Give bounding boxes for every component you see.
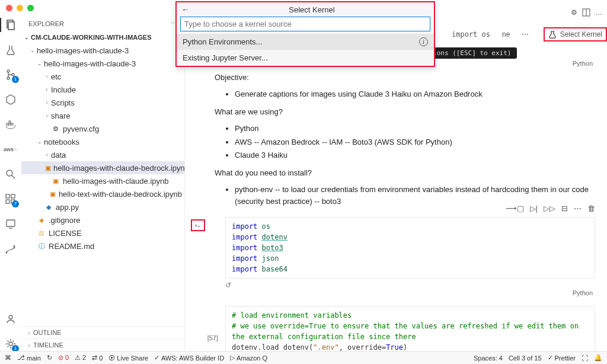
execute-above-icon[interactable]: ▷| [530, 204, 538, 213]
close-window[interactable] [6, 5, 12, 11]
file-notebook[interactable]: ▣hello-text-with-claude-bedrock.ipynb [21, 187, 184, 200]
svg-point-29 [9, 315, 12, 319]
notebook-content[interactable]: Amazon Q Tip 1/3: Start typing to get su… [185, 47, 607, 351]
more-icon[interactable]: ⋯ [522, 30, 529, 39]
file[interactable]: ◈.gitignore [21, 213, 184, 226]
split-icon[interactable] [582, 8, 590, 17]
svg-rect-22 [6, 200, 9, 203]
more-icon[interactable]: ⋯ [574, 204, 582, 213]
cell-language[interactable]: Python [197, 289, 595, 296]
folder[interactable]: ›data [21, 148, 184, 161]
split-cell-icon[interactable]: ⊟ [561, 204, 568, 213]
window-controls [6, 5, 34, 11]
svg-line-20 [12, 175, 15, 178]
notebook-icon: ▣ [51, 177, 60, 185]
settings-gear-icon[interactable]: 1 [4, 337, 18, 351]
select-kernel-button[interactable]: Select Kernel [544, 27, 607, 41]
amazon-q-status[interactable]: ▷ Amazon Q [230, 354, 267, 362]
kernel-option-python-env[interactable]: Python Environments... i [177, 34, 434, 50]
cell-actions: ⟶▢ ▷| ▷▷ ⊟ ⋯ 🗑 [506, 204, 595, 213]
folder[interactable]: ⌄hello-images-with-claude-3 [21, 44, 184, 57]
toolbar-item[interactable]: import os [452, 30, 490, 39]
svg-point-27 [6, 252, 8, 254]
folder[interactable]: ›etc [21, 70, 184, 83]
remote-explorer-icon[interactable] [4, 217, 18, 231]
indentation-status[interactable]: Spaces: 4 [474, 355, 503, 362]
code-cell[interactable]: [57] # load environment variables # we u… [197, 306, 595, 351]
svg-point-30 [9, 342, 12, 346]
code-cell[interactable]: ▫ ⌄ ⟶▢ ▷| ▷▷ ⊟ ⋯ 🗑 import os import dote… [197, 217, 595, 279]
svg-point-19 [7, 170, 12, 176]
explorer-title: EXPLORER [28, 20, 64, 27]
info-icon[interactable]: i [419, 37, 428, 46]
svg-rect-25 [7, 220, 15, 226]
svg-rect-16 [9, 123, 11, 125]
explorer-icon[interactable] [4, 18, 18, 32]
sync-icon[interactable]: ↻ [47, 354, 52, 362]
svg-rect-17 [9, 121, 11, 123]
file[interactable]: ⚙pyvenv.cfg [21, 122, 184, 135]
search-icon[interactable] [4, 167, 18, 181]
cell-history-icon[interactable]: ↺ [225, 281, 595, 289]
outline-section[interactable]: ›OUTLINE [21, 326, 184, 339]
folder[interactable]: ›share [21, 109, 184, 122]
bell-icon[interactable]: 🔔 [594, 354, 602, 362]
svg-rect-24 [11, 194, 15, 198]
info-icon: ⓘ [37, 242, 46, 251]
settings-icon[interactable]: ⚙ [571, 8, 577, 17]
aws-icon[interactable]: aws [4, 142, 18, 157]
back-arrow-icon[interactable]: ← [181, 5, 190, 14]
kernel-option-jupyter-server[interactable]: Existing Jupyter Server... [177, 50, 434, 66]
folder[interactable]: ›Include [21, 83, 184, 96]
file-notebook[interactable]: ▣hello-images-with-claude.ipynb [21, 174, 184, 187]
beaker-icon[interactable] [4, 43, 18, 57]
python-icon: ◆ [44, 203, 53, 211]
route-icon[interactable] [4, 242, 18, 256]
scm-badge: 1 [12, 76, 19, 83]
folder[interactable]: ›Scripts [21, 96, 184, 109]
remote-icon[interactable]: ⌘ [5, 354, 11, 362]
source-control-icon[interactable]: 1 [4, 68, 18, 82]
hexagon-icon[interactable] [4, 92, 18, 107]
extensions-icon[interactable]: 7 [4, 192, 18, 206]
project-root[interactable]: ⌄CM-CLAUDE-WORKING-WITH-IMAGES [21, 31, 184, 44]
extensions-badge: 7 [12, 200, 19, 207]
execute-below-icon[interactable]: ▷▷ [544, 204, 555, 213]
delete-cell-icon[interactable]: 🗑 [587, 204, 595, 213]
branch-status[interactable]: ⎇ main [17, 354, 41, 362]
account-icon[interactable] [4, 312, 18, 326]
docker-icon[interactable] [4, 117, 18, 132]
file-python[interactable]: ◆app.py [21, 200, 184, 213]
notebook-icon: ▣ [45, 164, 51, 172]
svg-rect-18 [11, 123, 13, 125]
timeline-section[interactable]: ›TIMELINE [21, 339, 184, 351]
cell-position[interactable]: Cell 3 of 15 [509, 355, 542, 362]
kernel-picker: ← Select Kernel Python Environments... i… [175, 1, 435, 67]
problems-warnings[interactable]: ⚠ 2 [75, 354, 86, 362]
status-bar: ⌘ ⎇ main ↻ ⊘ 0 ⚠ 2 ⇄ 0 ⦿ Live Share ✓ AW… [0, 351, 607, 364]
kernel-source-input[interactable] [180, 17, 430, 31]
feedback-icon[interactable]: ⛶ [582, 355, 588, 362]
file[interactable]: ⚖LICENSE [21, 226, 184, 240]
prettier-status[interactable]: ✓ Prettier [548, 354, 576, 362]
run-cell-button[interactable]: ▫ ⌄ [191, 219, 205, 231]
execution-count: [57] [193, 334, 218, 341]
markdown-cell[interactable]: Objective: Generate captions for images … [215, 72, 595, 207]
folder[interactable]: ⌄notebooks [21, 135, 184, 148]
file[interactable]: ⓘREADME.md [21, 240, 184, 253]
git-icon: ◈ [37, 216, 46, 224]
folder[interactable]: ⌄hello-images-with-claude-3 [21, 57, 184, 70]
more-icon[interactable]: … [595, 8, 602, 17]
aws-status[interactable]: ✓ AWS: AWS Builder ID [154, 354, 224, 362]
problems-errors[interactable]: ⊘ 0 [58, 354, 69, 362]
run-by-line-icon[interactable]: ⟶▢ [506, 204, 524, 213]
ports-status[interactable]: ⇄ 0 [92, 354, 103, 362]
toolbar-item[interactable]: ne [502, 30, 510, 39]
maximize-window[interactable] [27, 5, 34, 11]
live-share-status[interactable]: ⦿ Live Share [108, 355, 148, 362]
file-tree: ⌄CM-CLAUDE-WORKING-WITH-IMAGES ⌄hello-im… [21, 31, 184, 326]
svg-rect-10 [8, 22, 14, 30]
file-notebook[interactable]: ▣hello-images-with-claude-bedrock.ipynb [21, 161, 184, 174]
minimize-window[interactable] [17, 5, 23, 11]
svg-marker-14 [7, 95, 15, 104]
